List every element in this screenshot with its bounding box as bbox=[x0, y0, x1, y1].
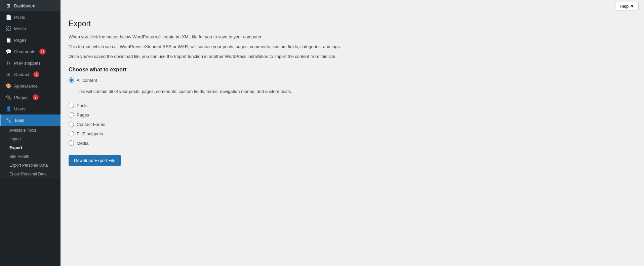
sidebar-label-php-snippets: PHP snippets bbox=[14, 61, 41, 66]
sidebar-label-pages: Pages bbox=[14, 38, 27, 43]
tools-submenu: Available ToolsImportExportSite HealthEx… bbox=[0, 126, 61, 178]
radio-input-contact-forms[interactable] bbox=[69, 122, 74, 127]
submenu-item-export[interactable]: Export bbox=[0, 143, 61, 152]
radio-option-all-content[interactable]: All content bbox=[69, 77, 636, 83]
radio-input-posts[interactable] bbox=[69, 103, 74, 108]
radio-label-media: Media bbox=[77, 141, 88, 146]
help-label: Help bbox=[619, 4, 629, 9]
page-content: Export When you click the button below W… bbox=[61, 12, 644, 266]
sidebar-item-media[interactable]: 🖼Media bbox=[0, 23, 61, 34]
submenu-item-available-tools[interactable]: Available Tools bbox=[0, 126, 61, 135]
sidebar-item-pages[interactable]: 📋Pages bbox=[0, 34, 61, 46]
plugins-icon: 🔌 bbox=[5, 94, 11, 100]
radio-option-contact-forms[interactable]: Contact Forms bbox=[69, 122, 636, 127]
sidebar-label-dashboard: Dashboard bbox=[14, 3, 36, 8]
help-button[interactable]: Help ▼ bbox=[615, 2, 639, 10]
radio-label-pages: Pages bbox=[77, 112, 89, 118]
sidebar-label-posts: Posts bbox=[14, 15, 25, 20]
page-title: Export bbox=[69, 19, 636, 28]
main-content: Help ▼ Export When you click the button … bbox=[61, 0, 644, 266]
sidebar-item-appearance[interactable]: 🎨Appearance bbox=[0, 80, 61, 92]
sidebar-label-comments: Comments bbox=[14, 49, 35, 54]
description-3: Once you've saved the download file, you… bbox=[69, 53, 636, 60]
sidebar-item-posts[interactable]: 📄Posts bbox=[0, 11, 61, 23]
radio-label-php-snippets: PHP snippets bbox=[77, 131, 103, 136]
submenu-item-site-health[interactable]: Site Health bbox=[0, 152, 61, 161]
tools-icon: 🔧 bbox=[5, 117, 11, 123]
submenu-item-export-personal-data[interactable]: Export Personal Data bbox=[0, 161, 61, 170]
sidebar-item-tools[interactable]: 🔧Tools bbox=[0, 114, 61, 126]
radio-input-media[interactable] bbox=[69, 140, 74, 146]
radio-label-contact-forms: Contact Forms bbox=[77, 122, 105, 127]
section-title: Choose what to export bbox=[69, 67, 636, 73]
plugins-badge: 9 bbox=[33, 94, 39, 100]
media-icon: 🖼 bbox=[5, 26, 11, 32]
submenu-item-erase-personal-data[interactable]: Erase Personal Data bbox=[0, 170, 61, 178]
radio-input-pages[interactable] bbox=[69, 112, 74, 118]
help-arrow-icon: ▼ bbox=[630, 4, 634, 9]
radio-option-pages[interactable]: Pages bbox=[69, 112, 636, 118]
sidebar-label-appearance: Appearance bbox=[14, 84, 38, 89]
users-icon: 👤 bbox=[5, 106, 11, 112]
contact-badge: 1 bbox=[33, 71, 39, 77]
contact-icon: ✉ bbox=[5, 71, 11, 77]
sidebar-label-plugins: Plugins bbox=[14, 95, 29, 100]
sidebar-item-users[interactable]: 👤Users bbox=[0, 103, 61, 114]
comments-badge: 95 bbox=[39, 48, 46, 55]
radio-label-posts: Posts bbox=[77, 103, 88, 108]
sidebar-item-comments[interactable]: 💬Comments95 bbox=[0, 46, 61, 57]
sidebar-item-contact[interactable]: ✉Contact1 bbox=[0, 69, 61, 80]
description-2: This format, which we call WordPress eXt… bbox=[69, 43, 636, 51]
php-snippets-icon: ⟨⟩ bbox=[5, 60, 11, 66]
dashboard-icon: ⊞ bbox=[5, 3, 11, 9]
export-options: All contentThis will contain all of your… bbox=[69, 77, 636, 146]
radio-label-all-content: All content bbox=[77, 78, 97, 83]
pages-icon: 📋 bbox=[5, 37, 11, 43]
description-1: When you click the button below WordPres… bbox=[69, 34, 636, 41]
all-content-description: This will contain all of your posts, pag… bbox=[77, 88, 636, 95]
sidebar-item-plugins[interactable]: 🔌Plugins9 bbox=[0, 92, 61, 103]
posts-icon: 📄 bbox=[5, 14, 11, 20]
sidebar-label-media: Media bbox=[14, 26, 26, 31]
sidebar-label-contact: Contact bbox=[14, 72, 29, 77]
radio-option-posts[interactable]: Posts bbox=[69, 103, 636, 108]
sidebar: ⊞Dashboard📄Posts🖼Media📋Pages💬Comments95⟨… bbox=[0, 0, 61, 266]
comments-icon: 💬 bbox=[5, 48, 11, 55]
radio-option-media[interactable]: Media bbox=[69, 140, 636, 146]
radio-option-php-snippets[interactable]: PHP snippets bbox=[69, 131, 636, 136]
sidebar-label-users: Users bbox=[14, 106, 26, 111]
submenu-item-import[interactable]: Import bbox=[0, 135, 61, 143]
radio-input-php-snippets[interactable] bbox=[69, 131, 74, 136]
sidebar-label-tools: Tools bbox=[14, 118, 24, 123]
appearance-icon: 🎨 bbox=[5, 83, 11, 89]
download-export-button[interactable]: Download Export File bbox=[69, 155, 121, 166]
sidebar-item-php-snippets[interactable]: ⟨⟩PHP snippets bbox=[0, 57, 61, 69]
radio-input-all-content[interactable] bbox=[69, 77, 74, 83]
topbar: Help ▼ bbox=[61, 0, 644, 12]
sidebar-item-dashboard[interactable]: ⊞Dashboard bbox=[0, 0, 61, 11]
